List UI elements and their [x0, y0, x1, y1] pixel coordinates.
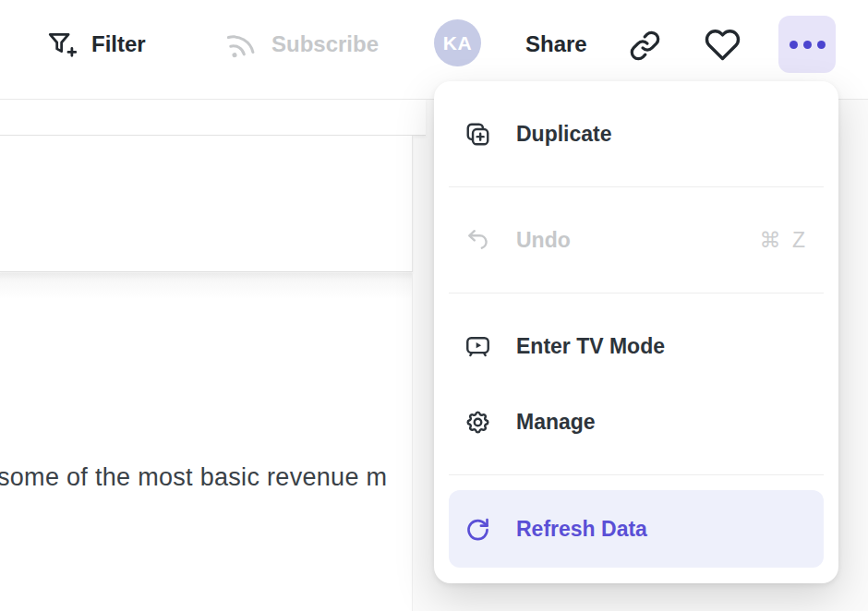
- menu-item-label: Undo: [516, 228, 571, 253]
- undo-icon: [464, 227, 491, 254]
- rss-icon: [224, 28, 258, 61]
- share-button[interactable]: Share: [525, 25, 587, 64]
- link-icon: [628, 29, 662, 63]
- dashboard-screen: some of the most basic revenue m Filter …: [0, 0, 868, 611]
- toolbar-band: [0, 100, 426, 136]
- avatar-initials: KA: [443, 32, 472, 54]
- menu-divider: [449, 186, 824, 187]
- menu-item-manage[interactable]: Manage: [449, 384, 824, 460]
- filter-button[interactable]: Filter: [45, 25, 146, 64]
- share-label: Share: [525, 31, 587, 57]
- duplicate-icon: [464, 121, 491, 148]
- heart-icon: [704, 26, 741, 64]
- menu-item-duplicate[interactable]: Duplicate: [449, 96, 824, 172]
- tv-icon: [464, 333, 491, 360]
- gear-icon: [464, 409, 491, 436]
- menu-divider: [449, 474, 824, 475]
- dashboard-card: [0, 136, 413, 272]
- avatar[interactable]: KA: [434, 19, 481, 66]
- menu-item-label: Duplicate: [516, 122, 612, 147]
- menu-item-label: Refresh Data: [516, 517, 647, 542]
- copy-link-button[interactable]: [628, 26, 662, 65]
- subscribe-label: Subscribe: [271, 31, 379, 57]
- menu-item-label: Enter TV Mode: [516, 334, 665, 359]
- subscribe-button[interactable]: Subscribe: [224, 25, 379, 64]
- menu-item-label: Manage: [516, 410, 596, 435]
- menu-divider: [449, 293, 824, 294]
- ellipsis-icon: [803, 41, 812, 49]
- shortcut-hint: ⌘ Z: [760, 228, 808, 253]
- refresh-icon: [464, 516, 491, 543]
- dashboard-section: [0, 273, 413, 611]
- ellipsis-icon: [790, 41, 798, 49]
- favorite-button[interactable]: [704, 25, 741, 64]
- more-options-button[interactable]: [778, 16, 836, 73]
- menu-item-undo[interactable]: Undo ⌘ Z: [449, 202, 824, 278]
- filter-plus-icon: [45, 29, 78, 61]
- more-options-menu: Duplicate Undo ⌘ Z Enter TV M: [434, 81, 838, 583]
- ellipsis-icon: [817, 41, 826, 49]
- filter-label: Filter: [91, 31, 146, 57]
- menu-item-enter-tv-mode[interactable]: Enter TV Mode: [449, 308, 824, 384]
- menu-item-refresh-data[interactable]: Refresh Data: [449, 490, 824, 568]
